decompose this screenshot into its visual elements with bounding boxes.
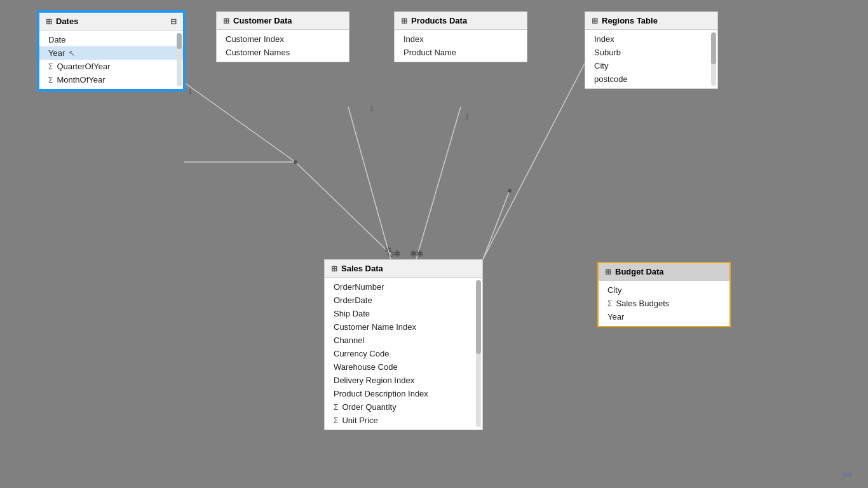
sales-data-table[interactable]: ⊞ Sales Data OrderNumber OrderDate Ship …	[324, 259, 483, 430]
customer-data-table[interactable]: ⊞ Customer Data Customer Index Customer …	[216, 11, 349, 62]
customer-table-icon: ⊞	[223, 17, 229, 25]
regions-scrollbar[interactable]	[711, 32, 716, 86]
budget-field-year[interactable]: Year	[599, 310, 729, 323]
svg-line-8	[416, 107, 461, 259]
products-field-name-label: Product Name	[403, 48, 456, 57]
sigma-icon-5: Σ	[607, 299, 612, 308]
dates-scrollbar[interactable]	[177, 33, 182, 86]
sales-field-warehousecode-label: Warehouse Code	[334, 362, 398, 372]
customer-data-title: Customer Data	[233, 16, 292, 25]
regions-field-city-label: City	[594, 61, 608, 71]
sales-field-orderquantity-label: Order Quantity	[342, 402, 396, 412]
sales-field-customernameindex[interactable]: Customer Name Index	[325, 320, 482, 334]
products-data-table[interactable]: ⊞ Products Data Index Product Name	[394, 11, 527, 62]
sales-field-channel[interactable]: Channel	[325, 334, 482, 347]
regions-field-index[interactable]: Index	[585, 32, 717, 46]
sigma-icon-2: Σ	[48, 76, 53, 85]
cursor-icon: ↖	[69, 49, 75, 58]
dates-field-quarterofyear-label: QuarterOfYear	[57, 62, 110, 71]
svg-text:1: 1	[465, 113, 469, 121]
sigma-icon-3: Σ	[334, 403, 338, 412]
sales-scrollbar[interactable]	[476, 280, 481, 427]
sales-data-body: OrderNumber OrderDate Ship Date Customer…	[325, 278, 482, 430]
budget-field-salesbudgets[interactable]: Σ Sales Budgets	[599, 297, 729, 310]
dates-table-title: Dates	[56, 17, 78, 26]
svg-text:✱: ✱	[410, 248, 417, 259]
sigma-icon-1: Σ	[48, 62, 53, 71]
sales-field-unitprice[interactable]: Σ Unit Price	[325, 414, 482, 427]
sales-field-orderdate-label: OrderDate	[334, 295, 372, 305]
products-field-name[interactable]: Product Name	[395, 46, 527, 59]
sales-field-productdescriptionindex-label: Product Description Index	[334, 389, 428, 398]
sales-field-orderquantity[interactable]: Σ Order Quantity	[325, 400, 482, 414]
regions-table-icon: ⊞	[592, 17, 598, 25]
products-data-body: Index Product Name	[395, 30, 527, 62]
sales-field-shipdate[interactable]: Ship Date	[325, 307, 482, 320]
budget-field-city[interactable]: City	[599, 283, 729, 297]
customer-field-index-label: Customer Index	[226, 34, 284, 44]
regions-field-suburb[interactable]: Suburb	[585, 46, 717, 59]
dates-field-date[interactable]: Date	[39, 33, 183, 46]
regions-table[interactable]: ⊞ Regions Table Index Suburb City postco…	[585, 11, 718, 89]
products-table-icon: ⊞	[401, 17, 407, 25]
svg-point-3	[388, 252, 393, 257]
sales-field-ordernumber[interactable]: OrderNumber	[325, 280, 482, 294]
dates-table-menu-icon[interactable]: ⊟	[170, 17, 177, 26]
budget-field-city-label: City	[607, 285, 621, 295]
svg-text:✱: ✱	[393, 248, 401, 259]
svg-point-17	[508, 189, 512, 193]
budget-table-icon: ⊞	[605, 268, 611, 276]
regions-field-postcode-label: postcode	[594, 74, 628, 84]
budget-data-body: City Σ Sales Budgets Year	[599, 281, 729, 326]
sales-field-customernameindex-label: Customer Name Index	[334, 322, 416, 332]
svg-text:✱: ✱	[384, 245, 392, 255]
sales-field-channel-label: Channel	[334, 336, 364, 345]
budget-field-year-label: Year	[607, 312, 624, 322]
svg-line-16	[483, 191, 510, 259]
sales-field-ordernumber-label: OrderNumber	[334, 282, 384, 292]
dates-table-body: Date Year ↖ Σ QuarterOfYear Σ MonthOfYea…	[39, 30, 183, 89]
customer-field-names-label: Customer Names	[226, 48, 290, 57]
products-data-title: Products Data	[411, 16, 467, 25]
svg-line-1	[295, 162, 391, 254]
budget-field-salesbudgets-label: Sales Budgets	[616, 299, 669, 308]
sales-field-orderdate[interactable]: OrderDate	[325, 294, 482, 307]
svg-text:1: 1	[188, 88, 192, 95]
svg-point-15	[294, 160, 297, 164]
customer-field-index[interactable]: Customer Index	[217, 32, 349, 46]
products-field-index-label: Index	[403, 34, 424, 44]
customer-data-body: Customer Index Customer Names	[217, 30, 349, 62]
dates-field-date-label: Date	[48, 35, 65, 44]
dates-table[interactable]: ⊞ Dates ⊟ Date Year ↖ Σ QuarterOfYear Σ …	[38, 11, 184, 90]
budget-data-table[interactable]: ⊞ Budget Data City Σ Sales Budgets Year	[597, 262, 731, 327]
dates-table-header: ⊞ Dates ⊟	[39, 13, 183, 30]
svg-line-0	[184, 83, 295, 162]
sales-field-deliveryregionindex-label: Delivery Region Index	[334, 376, 414, 385]
sales-field-currencycode[interactable]: Currency Code	[325, 347, 482, 360]
regions-table-title: Regions Table	[602, 16, 658, 25]
dates-field-monthofyear-label: MonthOfYear	[57, 75, 105, 85]
dates-field-quarterofyear[interactable]: Σ QuarterOfYear	[39, 60, 183, 73]
regions-field-city[interactable]: City	[585, 59, 717, 72]
sales-data-header: ⊞ Sales Data	[325, 260, 482, 278]
regions-field-index-label: Index	[594, 34, 614, 44]
sales-field-deliveryregionindex[interactable]: Delivery Region Index	[325, 374, 482, 387]
sigma-icon-4: Σ	[334, 416, 338, 425]
regions-field-postcode[interactable]: postcode	[585, 72, 717, 86]
dates-field-year-label: Year	[48, 48, 65, 58]
dates-table-icon: ⊞	[46, 17, 52, 26]
svg-line-11	[483, 64, 585, 259]
svg-line-5	[348, 107, 391, 259]
sales-field-unitprice-label: Unit Price	[342, 416, 377, 425]
dates-field-monthofyear[interactable]: Σ MonthOfYear	[39, 73, 183, 86]
watermark: ⊞⊞	[843, 468, 862, 482]
regions-field-suburb-label: Suburb	[594, 48, 621, 57]
sales-field-productdescriptionindex[interactable]: Product Description Index	[325, 387, 482, 400]
sales-data-title: Sales Data	[341, 264, 383, 273]
svg-text:✱: ✱	[416, 248, 424, 259]
sales-field-warehousecode[interactable]: Warehouse Code	[325, 360, 482, 374]
products-field-index[interactable]: Index	[395, 32, 527, 46]
dates-field-year[interactable]: Year ↖	[39, 46, 183, 60]
regions-table-body: Index Suburb City postcode	[585, 30, 717, 88]
customer-field-names[interactable]: Customer Names	[217, 46, 349, 59]
